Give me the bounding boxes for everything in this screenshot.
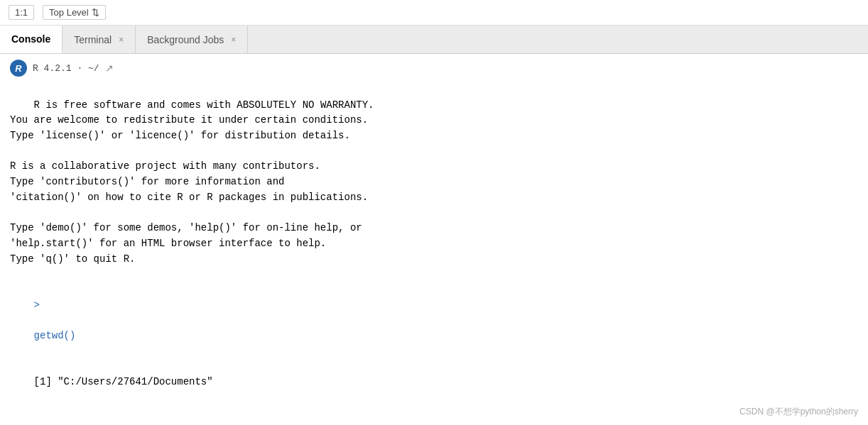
r-version-separator: · xyxy=(77,63,82,74)
tab-bar: Console Terminal × Background Jobs × xyxy=(0,26,868,54)
status-bar: 1:1 Top Level ⇅ xyxy=(0,0,868,26)
console-line: Type 'license()' or 'licence()' for dist… xyxy=(10,130,350,141)
console-output: R is free software and comes with ABSOLU… xyxy=(10,82,858,405)
console-line: Type 'q()' to quit R. xyxy=(10,253,135,265)
tab-terminal[interactable]: Terminal × xyxy=(63,26,136,53)
console-line: R is free software and comes with ABSOLU… xyxy=(34,99,374,111)
console-line: You are welcome to redistribute it under… xyxy=(10,114,368,126)
console-command: getwd() xyxy=(34,330,76,341)
tab-terminal-label: Terminal xyxy=(74,34,112,45)
r-version-label: R 4.2.1 · ~/ xyxy=(33,63,99,74)
console-result: [1] "C:/Users/27641/Documents" xyxy=(34,376,213,387)
tab-terminal-close-icon[interactable]: × xyxy=(119,35,124,45)
r-path: ~/ xyxy=(88,63,99,74)
r-version-text: R 4.2.1 xyxy=(33,63,72,74)
cursor-position: 1:1 xyxy=(9,5,34,20)
tab-console-label: Console xyxy=(11,33,50,45)
watermark: CSDN @不想学python的sherry xyxy=(739,406,858,418)
tab-background-jobs-close-icon[interactable]: × xyxy=(231,35,236,45)
tab-background-jobs-label: Background Jobs xyxy=(147,34,224,45)
level-arrow-icon: ⇅ xyxy=(92,7,99,18)
console-line: 'citation()' on how to cite R or R packa… xyxy=(10,192,368,203)
r-logo-icon: R xyxy=(10,60,27,77)
console-line: 'help.start()' for an HTML browser inter… xyxy=(10,238,326,249)
tab-console[interactable]: Console xyxy=(0,26,63,53)
console-area[interactable]: R R 4.2.1 · ~/ ↗ R is free software and … xyxy=(0,54,868,425)
level-label: Top Level xyxy=(49,7,89,18)
code-level[interactable]: Top Level ⇅ xyxy=(43,5,106,20)
tab-background-jobs[interactable]: Background Jobs × xyxy=(136,26,248,53)
r-header: R R 4.2.1 · ~/ ↗ xyxy=(10,60,858,77)
console-line: R is a collaborative project with many c… xyxy=(10,160,320,172)
prompt-symbol: > xyxy=(34,299,40,311)
r-dir-arrow-icon[interactable]: ↗ xyxy=(105,62,114,74)
console-line: Type 'contributors()' for more informati… xyxy=(10,176,284,187)
console-line: Type 'demo()' for some demos, 'help()' f… xyxy=(10,222,362,233)
console-static-lines: R is free software and comes with ABSOLU… xyxy=(10,99,374,265)
